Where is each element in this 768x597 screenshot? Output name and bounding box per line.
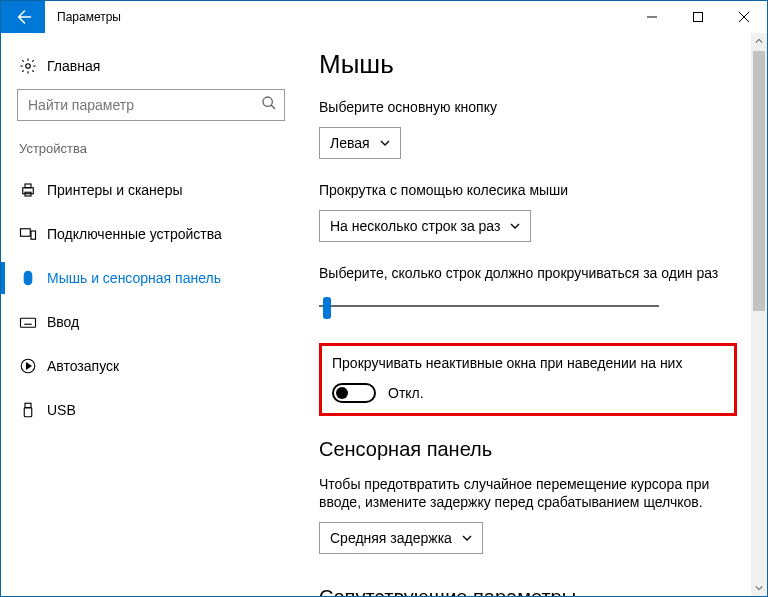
slider-thumb[interactable] xyxy=(323,297,331,319)
devices-icon xyxy=(19,225,47,243)
highlight-box: Прокручивать неактивные окна при наведен… xyxy=(319,343,737,416)
inactive-scroll-toggle[interactable] xyxy=(332,383,376,403)
scrollbar-thumb[interactable] xyxy=(753,51,765,311)
svg-rect-14 xyxy=(21,318,36,327)
scroll-wheel-dropdown[interactable]: На несколько строк за раз xyxy=(319,210,531,242)
heading-touchpad: Сенсорная панель xyxy=(319,438,737,461)
settings-window: Параметры Главная xyxy=(0,0,768,597)
search-icon xyxy=(261,95,277,115)
maximize-icon xyxy=(693,12,703,22)
search-input[interactable] xyxy=(17,89,285,121)
mouse-icon xyxy=(19,269,47,287)
scroll-wheel-label: Прокрутка с помощью колесика мыши xyxy=(319,181,737,200)
svg-rect-23 xyxy=(24,408,32,417)
chevron-down-icon xyxy=(462,533,472,543)
touchpad-description: Чтобы предотвратить случайное перемещени… xyxy=(319,475,737,513)
chevron-down-icon xyxy=(510,221,520,231)
dropdown-value: Средняя задержка xyxy=(330,530,452,546)
sidebar: Главная Устройства Принтеры и сканеры xyxy=(1,33,301,596)
sidebar-item-printers[interactable]: Принтеры и сканеры xyxy=(1,168,301,212)
sidebar-item-usb[interactable]: USB xyxy=(1,388,301,432)
svg-point-4 xyxy=(26,64,31,69)
sidebar-item-label: Мышь и сенсорная панель xyxy=(47,270,221,286)
svg-rect-10 xyxy=(21,229,31,237)
window-controls xyxy=(629,1,767,33)
heading-mouse: Мышь xyxy=(319,49,737,80)
minimize-icon xyxy=(647,12,657,22)
sidebar-nav: Принтеры и сканеры Подключенные устройст… xyxy=(1,168,301,432)
sidebar-item-connected[interactable]: Подключенные устройства xyxy=(1,212,301,256)
touchpad-delay-dropdown[interactable]: Средняя задержка xyxy=(319,522,483,554)
close-button[interactable] xyxy=(721,1,767,33)
scroll-up-button[interactable] xyxy=(751,33,767,49)
printer-icon xyxy=(19,181,47,199)
heading-related: Сопутствующие параметры xyxy=(319,586,737,596)
arrow-left-icon xyxy=(14,8,32,26)
lines-slider[interactable] xyxy=(319,293,659,321)
minimize-button[interactable] xyxy=(629,1,675,33)
svg-point-5 xyxy=(263,97,272,106)
svg-line-6 xyxy=(271,105,275,109)
slider-track xyxy=(319,305,659,307)
content-area: Мышь Выберите основную кнопку Левая Прок… xyxy=(301,33,767,596)
window-title: Параметры xyxy=(57,10,629,24)
sidebar-item-label: USB xyxy=(47,402,76,418)
sidebar-item-label: Автозапуск xyxy=(47,358,119,374)
scrollbar[interactable] xyxy=(751,33,767,596)
sidebar-item-label: Принтеры и сканеры xyxy=(47,182,182,198)
toggle-knob xyxy=(336,387,348,399)
scroll-down-button[interactable] xyxy=(751,580,767,596)
svg-rect-7 xyxy=(23,188,34,194)
sidebar-item-typing[interactable]: Ввод xyxy=(1,300,301,344)
keyboard-icon xyxy=(19,313,47,331)
sidebar-item-label: Подключенные устройства xyxy=(47,226,222,242)
sidebar-category: Устройства xyxy=(1,141,301,168)
dropdown-value: Левая xyxy=(330,135,370,151)
search-wrap xyxy=(17,89,285,121)
close-icon xyxy=(739,12,749,22)
usb-icon xyxy=(19,401,47,419)
maximize-button[interactable] xyxy=(675,1,721,33)
back-button[interactable] xyxy=(1,1,45,33)
window-body: Главная Устройства Принтеры и сканеры xyxy=(1,33,767,596)
sidebar-item-autoplay[interactable]: Автозапуск xyxy=(1,344,301,388)
toggle-state-label: Откл. xyxy=(388,385,424,401)
sidebar-home-label: Главная xyxy=(47,58,100,74)
svg-rect-1 xyxy=(694,13,703,22)
titlebar: Параметры xyxy=(1,1,767,33)
svg-rect-11 xyxy=(31,231,36,239)
chevron-down-icon xyxy=(380,138,390,148)
sidebar-home[interactable]: Главная xyxy=(1,51,301,89)
autoplay-icon xyxy=(19,357,47,375)
svg-rect-22 xyxy=(25,403,31,408)
primary-button-label: Выберите основную кнопку xyxy=(319,98,737,117)
svg-rect-8 xyxy=(25,184,31,188)
dropdown-value: На несколько строк за раз xyxy=(330,218,500,234)
lines-label: Выберите, сколько строк должно прокручив… xyxy=(319,264,737,283)
sidebar-item-mouse[interactable]: Мышь и сенсорная панель xyxy=(1,256,301,300)
primary-button-dropdown[interactable]: Левая xyxy=(319,127,401,159)
gear-icon xyxy=(19,57,47,75)
sidebar-item-label: Ввод xyxy=(47,314,79,330)
svg-marker-21 xyxy=(27,363,32,369)
inactive-scroll-label: Прокручивать неактивные окна при наведен… xyxy=(332,354,724,373)
